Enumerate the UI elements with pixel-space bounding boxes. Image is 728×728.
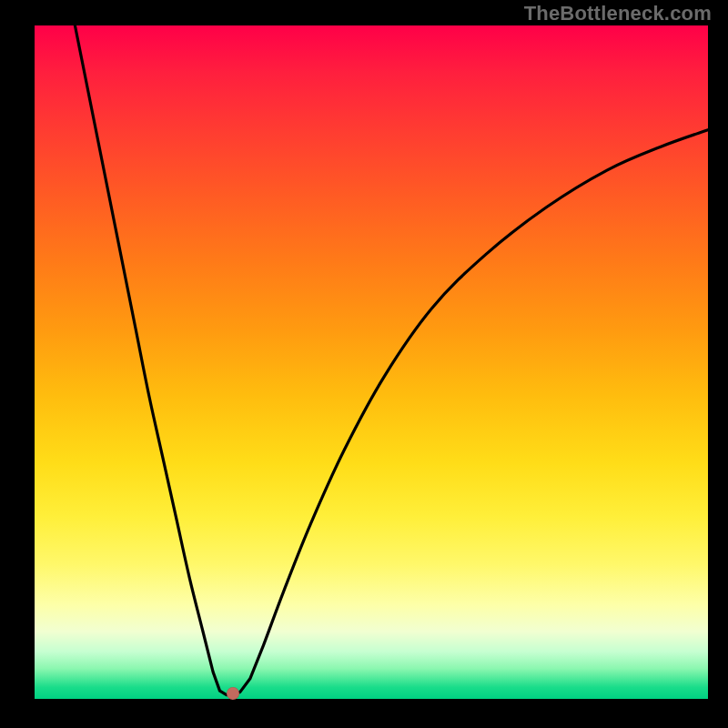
optimal-point-marker <box>227 687 239 700</box>
plot-area <box>35 25 708 699</box>
attribution-text: TheBottleneck.com <box>524 2 712 25</box>
bottleneck-curve <box>35 25 708 699</box>
chart-frame: TheBottleneck.com <box>0 0 728 728</box>
